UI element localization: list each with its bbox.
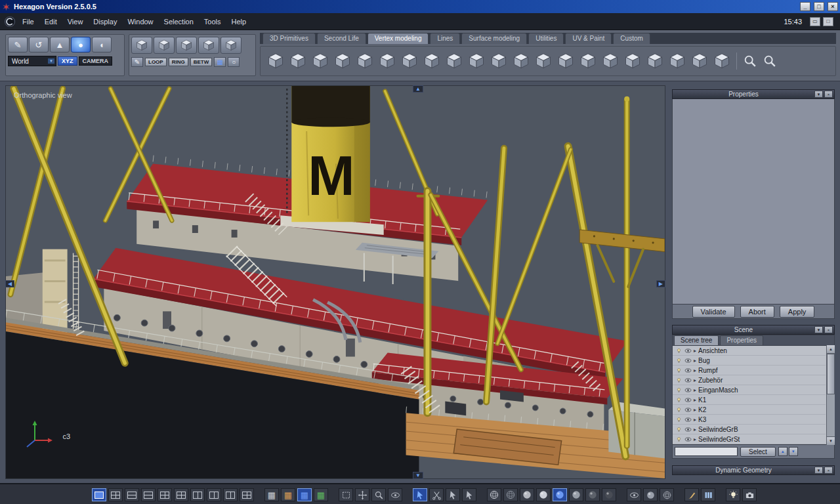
texture-grid-icon[interactable]: ▦	[281, 488, 295, 501]
visibility-lamp-icon[interactable]	[675, 377, 682, 384]
rotate-cube-icon[interactable]	[176, 37, 197, 54]
menu-item[interactable]: Edit	[39, 15, 62, 28]
visibility-lamp-icon[interactable]	[675, 387, 682, 394]
close-panel-icon[interactable]: ×	[824, 467, 833, 474]
scene-tree-row[interactable]: ▸ K2	[673, 405, 826, 415]
close-panel-icon[interactable]: ×	[824, 326, 833, 333]
close-surface-tool-icon[interactable]	[600, 51, 620, 71]
expand-arrow-icon[interactable]: ▸	[694, 377, 696, 383]
expand-arrow-icon[interactable]: ▸	[694, 427, 696, 432]
ribbon-tab[interactable]: Custom	[613, 33, 650, 44]
extract-faces-tool-icon[interactable]	[333, 51, 352, 71]
paint-brush-icon[interactable]	[684, 488, 699, 501]
layout-three-top-icon[interactable]	[174, 488, 188, 501]
eye-icon[interactable]	[684, 387, 692, 394]
viewport-pan-up-icon[interactable]: ▲	[413, 85, 423, 93]
layout-custom-split-icon[interactable]	[240, 488, 254, 501]
hidden-line-shading-icon[interactable]	[503, 488, 518, 501]
scroll-up-icon[interactable]: ▲	[827, 345, 835, 354]
thickness-tool-icon[interactable]	[310, 51, 330, 71]
close-panel-icon[interactable]: ×	[824, 91, 833, 98]
smooth-shading-icon[interactable]	[536, 488, 551, 501]
eye-icon[interactable]	[684, 406, 692, 413]
expand-arrow-icon[interactable]: ▸	[694, 358, 696, 364]
viewport[interactable]: M	[5, 85, 665, 479]
ribbon-tab[interactable]: Utilities	[528, 33, 564, 44]
ribbon-tab[interactable]: Vertex modeling	[368, 33, 429, 44]
collapse-panel-icon[interactable]: ▼	[814, 91, 823, 98]
scene-filter-input[interactable]	[675, 447, 738, 456]
uv-grid-icon[interactable]: ▦	[264, 488, 279, 501]
dark-shading-icon[interactable]	[585, 488, 600, 501]
weld-points-tool-icon[interactable]	[534, 51, 553, 71]
workspace-minimize-button[interactable]: ▭	[810, 17, 820, 26]
show-overlay-icon[interactable]	[660, 488, 674, 501]
scene-tree-row[interactable]: ▸ SeilwindeGrSt	[673, 434, 826, 444]
ribbon-tab[interactable]: Second Life	[317, 33, 366, 44]
apply-button[interactable]: Apply	[780, 306, 815, 318]
expand-arrow-icon[interactable]: ▸	[694, 436, 696, 442]
eye-icon[interactable]	[684, 426, 692, 433]
material-grid-icon[interactable]: ▦	[314, 488, 328, 501]
expand-arrow-icon[interactable]: ▸	[694, 397, 696, 403]
knife-tool-icon[interactable]: ✎	[8, 37, 28, 52]
select-cube-icon[interactable]	[131, 37, 152, 54]
maximize-button[interactable]: □	[814, 2, 824, 11]
decimate-tool-icon[interactable]	[467, 51, 486, 71]
viewport-pan-left-icon[interactable]: ◀	[5, 280, 14, 287]
ribbon-tab[interactable]: Surface modeling	[461, 33, 527, 44]
show-shaded-icon[interactable]	[643, 488, 658, 501]
scene-tree-row[interactable]: ▸ EinganMasch	[673, 385, 826, 395]
menu-item[interactable]: Tools	[199, 15, 226, 28]
visibility-lamp-icon[interactable]	[675, 357, 682, 364]
triangulate-tool-icon[interactable]	[489, 51, 509, 71]
eye-icon[interactable]	[684, 357, 692, 364]
scene-tab[interactable]: Properties	[720, 335, 763, 345]
expand-arrow-icon[interactable]: ▸	[694, 407, 696, 413]
render-camera-icon[interactable]	[742, 488, 757, 501]
scene-tree-row[interactable]: ▸ Bug	[673, 356, 826, 366]
expand-arrow-icon[interactable]: ▸	[694, 387, 696, 393]
translate-cube-icon[interactable]	[154, 37, 175, 54]
viewport-pan-right-icon[interactable]: ▶	[656, 280, 665, 287]
menu-item[interactable]: Selection	[159, 15, 199, 28]
points-shading-icon[interactable]	[602, 488, 616, 501]
cut-selection-icon[interactable]	[429, 488, 444, 501]
bend-tool-icon[interactable]	[667, 51, 687, 71]
rotate-view-tool-icon[interactable]: ↺	[29, 37, 49, 52]
snap-cube-icon[interactable]	[220, 37, 242, 54]
layout-three-bottom-icon[interactable]	[158, 488, 172, 501]
grow-selection-icon[interactable]	[446, 488, 460, 501]
eye-icon[interactable]	[684, 347, 692, 354]
pencil-tool-icon[interactable]: ✎	[131, 57, 143, 67]
collapse-panel-icon[interactable]: ▼	[814, 467, 823, 474]
scale-cube-icon[interactable]	[198, 37, 219, 54]
xyz-mode-button[interactable]: XYZ	[58, 56, 77, 66]
scene-tree-row[interactable]: ▸ Zubehör	[673, 375, 826, 385]
select-cursor-icon[interactable]	[413, 488, 427, 501]
scrollbar-thumb[interactable]	[827, 354, 835, 394]
circle-select-icon[interactable]: ○	[228, 57, 240, 67]
material-shading-icon[interactable]	[569, 488, 583, 501]
stretch-tool-icon[interactable]	[266, 51, 285, 71]
abort-button[interactable]: Abort	[740, 306, 774, 318]
capsule-primitive-icon[interactable]: ◖	[92, 37, 112, 52]
magnifier-focus-icon[interactable]	[761, 51, 778, 71]
scene-spin-up-button[interactable]: ▲	[778, 447, 788, 456]
eye-icon[interactable]	[684, 377, 692, 384]
scene-tree-row[interactable]: ▸ K3	[673, 415, 826, 425]
expand-arrow-icon[interactable]: ▸	[694, 368, 696, 373]
camera-mode-button[interactable]: CAMERA	[79, 56, 113, 66]
show-wireframe-icon[interactable]	[627, 488, 641, 501]
sphere-primitive-icon[interactable]: ●	[71, 37, 91, 52]
layout-two-columns-icon[interactable]	[190, 488, 205, 501]
validate-button[interactable]: Validate	[692, 306, 735, 318]
viewport-pan-down-icon[interactable]: ▼	[413, 472, 423, 479]
expand-arrow-icon[interactable]: ▸	[694, 417, 696, 423]
layout-single-view-icon[interactable]	[92, 488, 106, 501]
wireframe-shading-icon[interactable]	[487, 488, 501, 501]
cone-primitive-icon[interactable]: ▲	[50, 37, 70, 52]
between-select-button[interactable]: BETW	[190, 58, 213, 66]
frame-all-icon[interactable]	[339, 488, 353, 501]
workspace-maximize-button[interactable]: □	[823, 17, 833, 26]
